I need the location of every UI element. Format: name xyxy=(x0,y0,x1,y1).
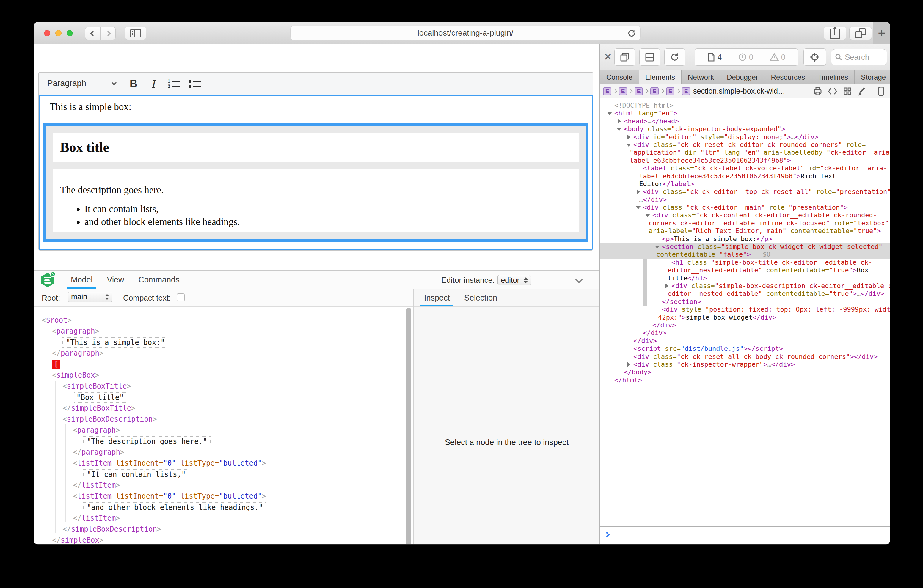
disclosure-collapsed-icon[interactable] xyxy=(625,361,633,368)
devtools-tab-resources[interactable]: Resources xyxy=(765,71,812,84)
disclosure-expanded-icon[interactable] xyxy=(606,109,614,117)
model-tree-row[interactable]: </paragraph> xyxy=(34,348,413,359)
model-tree-row[interactable]: <listItem listIndent="0" listType="bulle… xyxy=(34,491,413,502)
dom-tree-line[interactable]: <section class="simple-box ck-widget ck-… xyxy=(600,243,890,251)
traffic-light-close-button[interactable] xyxy=(44,30,50,36)
simple-box-title-area[interactable]: Box title xyxy=(53,133,579,162)
model-tree-row[interactable]: [ xyxy=(34,359,413,370)
dom-tree-line[interactable]: corners ck-editor__editable_inline ck-fo… xyxy=(600,219,890,227)
inspector-tab-model[interactable]: Model xyxy=(64,271,100,289)
model-tree-row[interactable]: <paragraph> xyxy=(34,425,413,436)
box-description-list[interactable]: It can contain lists,and other block ele… xyxy=(72,204,240,229)
resource-count[interactable]: 4 xyxy=(708,53,722,62)
dom-tree-line[interactable]: <div class="ck ck-editor__main" role="pr… xyxy=(600,204,890,211)
numbered-list-button[interactable]: 1 2 xyxy=(165,76,182,92)
traffic-light-zoom-button[interactable] xyxy=(67,30,73,36)
dom-tree-line[interactable]: </div> xyxy=(600,337,890,345)
element-badge-icon[interactable]: E xyxy=(650,87,659,95)
close-inspector-button[interactable]: ✕ xyxy=(604,51,612,63)
grid-icon[interactable] xyxy=(843,87,852,96)
dom-tree-line[interactable]: <label class="ck ck-label ck-voice-label… xyxy=(600,164,890,172)
model-tree-row[interactable]: "This is a simple box:" xyxy=(34,337,413,348)
dom-tree-line[interactable]: <div class="ck ck-reset_all ck-body ck-r… xyxy=(600,353,890,361)
model-tree-row[interactable]: <listItem listIndent="0" listType="bulle… xyxy=(34,458,413,469)
dom-tree-line[interactable]: aria-label="Rich Text Editor, main" cont… xyxy=(600,227,890,235)
model-tree-row[interactable]: "The description goes here." xyxy=(34,436,413,447)
dom-tree-line[interactable]: <div style="position: fixed; top: 0px; l… xyxy=(600,305,890,313)
dom-tree-line[interactable]: label_e63cbbfece34c53ce23501062343f49b8"… xyxy=(600,157,890,164)
model-tree-row[interactable]: <simpleBoxDescription> xyxy=(34,414,413,425)
devtools-tab-elements[interactable]: Elements xyxy=(639,71,682,84)
dom-tree-line[interactable]: "application" dir="ltr" lang="en" aria-l… xyxy=(600,149,890,156)
element-picker-button[interactable] xyxy=(803,48,826,66)
devtools-search-field[interactable]: Search xyxy=(831,49,887,65)
simple-box-description-area[interactable]: The description goes here. It can contai… xyxy=(53,169,579,232)
share-button[interactable] xyxy=(824,27,846,40)
dom-tree-line[interactable]: <div class="ck ck-content ck-editor__edi… xyxy=(600,211,890,219)
simple-box-widget[interactable]: Box title The description goes here. It … xyxy=(43,123,588,242)
devtools-tab-timelines[interactable]: Timelines xyxy=(811,71,855,84)
box-description-text[interactable]: The description goes here. xyxy=(60,185,164,195)
bold-button[interactable]: B xyxy=(126,76,141,92)
side-tab-inspect[interactable]: Inspect xyxy=(417,289,457,307)
editor-paragraph[interactable]: This is a simple box: xyxy=(50,101,131,112)
element-badge-icon[interactable]: E xyxy=(666,87,674,95)
new-tab-plus-icon[interactable]: + xyxy=(878,26,885,39)
dom-tree-line[interactable]: <div id="editor" style="display: none;">… xyxy=(600,133,890,141)
disclosure-expanded-icon[interactable] xyxy=(635,204,643,211)
sidebar-button[interactable] xyxy=(125,27,146,40)
model-tree-row[interactable]: <paragraph> xyxy=(34,326,413,337)
dom-tree-line[interactable]: …</div> xyxy=(600,196,890,204)
disclosure-collapsed-icon[interactable] xyxy=(616,117,624,125)
inspector-tab-commands[interactable]: Commands xyxy=(131,271,187,289)
model-tree-row[interactable]: </simpleBox> xyxy=(34,535,413,544)
devtools-tab-network[interactable]: Network xyxy=(682,71,721,84)
dom-tree-line[interactable]: Editor</label> xyxy=(600,180,890,188)
dom-tree-line[interactable]: <head>…</head> xyxy=(600,117,890,125)
model-tree-row[interactable]: "Box title" xyxy=(34,392,413,403)
disclosure-collapsed-icon[interactable] xyxy=(663,282,672,290)
compact-text-checkbox[interactable] xyxy=(177,293,185,301)
model-tree-row[interactable]: </simpleBoxTitle> xyxy=(34,403,413,414)
quick-console[interactable] xyxy=(600,526,890,544)
root-select[interactable]: main xyxy=(68,292,112,302)
dom-tree-line[interactable]: 42px;">simple box widget</div> xyxy=(600,314,890,321)
dom-tree-line[interactable]: <p>This is a simple box:</p> xyxy=(600,235,890,243)
paintbrush-icon[interactable] xyxy=(857,87,866,96)
model-tree-row[interactable]: <simpleBox> xyxy=(34,370,413,381)
dom-tree-line[interactable]: </body> xyxy=(600,368,890,376)
breadcrumb-current-node[interactable]: section.simple-box.ck-wid… xyxy=(693,87,785,95)
dom-tree-line[interactable]: <div class="ck-inspector-wrapper">…</div… xyxy=(600,361,890,368)
dom-tree-line[interactable]: <html lang="en"> xyxy=(600,109,890,117)
editor-editable-area[interactable]: This is a simple box: Box title The desc… xyxy=(39,95,593,250)
tree-scrollbar[interactable] xyxy=(406,308,411,544)
resource-status-group[interactable]: 4 0 0 xyxy=(695,48,798,66)
disclosure-expanded-icon[interactable] xyxy=(625,141,633,149)
error-count[interactable]: 0 xyxy=(738,53,753,62)
dom-tree-line[interactable]: <div class="ck ck-reset ck-editor ck-rou… xyxy=(600,141,890,149)
back-button[interactable] xyxy=(85,27,100,40)
element-badge-icon[interactable]: E xyxy=(619,87,627,95)
dom-tree-line[interactable]: </div> xyxy=(600,329,890,337)
print-icon[interactable] xyxy=(813,87,822,96)
dom-tree-line[interactable]: contenteditable="false"> = $0 xyxy=(600,251,890,258)
model-tree-row[interactable]: <simpleBoxTitle> xyxy=(34,381,413,392)
dom-tree-line[interactable]: </html> xyxy=(600,376,890,384)
devtools-tab-debugger[interactable]: Debugger xyxy=(721,71,765,84)
model-tree-row[interactable]: "and other block elements like headings.… xyxy=(34,502,413,513)
element-badge-icon[interactable]: E xyxy=(682,87,690,95)
model-tree-row[interactable]: </listItem> xyxy=(34,480,413,491)
bulleted-list-button[interactable] xyxy=(186,76,204,92)
model-tree-row[interactable]: <$root> xyxy=(34,315,413,326)
devtools-tab-console[interactable]: Console xyxy=(600,71,639,84)
disclosure-expanded-icon[interactable] xyxy=(644,211,652,219)
dom-tree-line[interactable]: <div class="ck ck-editor__top ck-reset_a… xyxy=(600,188,890,195)
italic-button[interactable]: I xyxy=(146,76,161,92)
device-icon[interactable] xyxy=(877,87,885,96)
tab-overview-button[interactable] xyxy=(849,27,872,40)
disclosure-collapsed-icon[interactable] xyxy=(625,133,633,141)
dom-tree-line[interactable]: </div> xyxy=(600,321,890,329)
model-tree-row[interactable]: "It can contain lists," xyxy=(34,469,413,480)
chevron-down-icon[interactable] xyxy=(111,80,117,85)
heading-dropdown[interactable]: Paragraph xyxy=(47,79,86,88)
